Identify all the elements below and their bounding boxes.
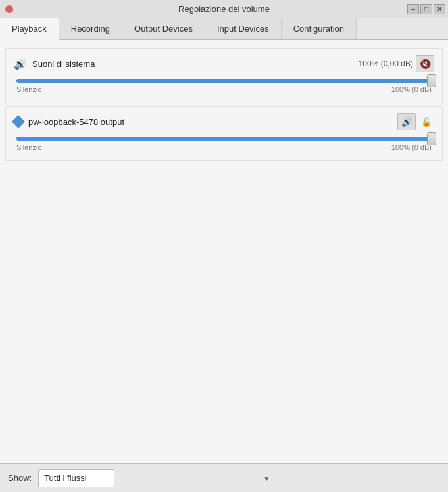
- mute-tooltip-wrapper: 🔊 Mute audio: [397, 113, 416, 130]
- main-content: 🔊 Suoni di sistema 100% (0,00 dB) 🔇 Sile…: [0, 40, 448, 463]
- tab-output-devices[interactable]: Output Devices: [122, 18, 205, 39]
- pw-loopback-slider-labels: Silenzio 100% (0 dB): [16, 143, 432, 151]
- close-dot: [5, 5, 13, 13]
- system-sounds-mute-button[interactable]: 🔇: [416, 55, 434, 72]
- bottom-bar: Show: Tutti i flussi Solo applicazioni S…: [0, 463, 448, 492]
- system-sounds-title: 🔊 Suoni di sistema: [14, 58, 95, 70]
- slider-label-right: 100% (0 dB): [391, 86, 432, 93]
- system-sounds-name: Suoni di sistema: [32, 59, 95, 69]
- minimize-button[interactable]: –: [407, 4, 419, 14]
- system-sounds-card: 🔊 Suoni di sistema 100% (0,00 dB) 🔇 Sile…: [5, 48, 443, 103]
- pw-loopback-slider-track: [16, 137, 432, 141]
- system-sounds-slider-labels: Silenzio 100% (0 dB): [16, 86, 432, 93]
- pw-loopback-slider-fill: [16, 137, 432, 141]
- restore-button[interactable]: □: [420, 4, 432, 14]
- pw-loopback-slider-thumb[interactable]: [427, 132, 436, 145]
- system-sounds-slider-track: [16, 79, 432, 83]
- pw-loopback-controls: 🔊 Mute audio 🔓: [397, 113, 434, 130]
- system-sounds-controls: 100% (0,00 dB) 🔇: [359, 55, 434, 72]
- pw-loopback-header: pw-loopback-5478 output 🔊 Mute audio 🔓: [14, 113, 434, 130]
- speaker-icon: 🔊: [14, 58, 27, 70]
- slider-label-left: Silenzio: [16, 86, 42, 93]
- tab-recording[interactable]: Recording: [59, 18, 122, 39]
- show-select-wrapper: Tutti i flussi Solo applicazioni Solo di…: [38, 469, 275, 487]
- tab-playback[interactable]: Playback: [0, 18, 59, 40]
- tab-input-devices[interactable]: Input Devices: [205, 18, 282, 39]
- slider-label-right: 100% (0 dB): [391, 143, 432, 151]
- pw-loopback-slider-container: Silenzio 100% (0 dB): [14, 137, 434, 151]
- pw-loopback-title: pw-loopback-5478 output: [14, 117, 124, 127]
- diamond-icon: [12, 115, 25, 128]
- slider-label-left: Silenzio: [16, 143, 42, 151]
- system-sounds-header: 🔊 Suoni di sistema 100% (0,00 dB) 🔇: [14, 55, 434, 72]
- pw-loopback-card: pw-loopback-5478 output 🔊 Mute audio 🔓 S…: [5, 106, 443, 161]
- close-button[interactable]: ✕: [434, 4, 445, 14]
- system-sounds-slider-fill: [16, 79, 432, 83]
- pw-loopback-lock-button[interactable]: 🔓: [418, 114, 434, 130]
- system-sounds-slider-container: Silenzio 100% (0 dB): [14, 79, 434, 93]
- tab-configuration[interactable]: Configuration: [282, 18, 357, 39]
- show-select[interactable]: Tutti i flussi Solo applicazioni Solo di…: [38, 469, 114, 487]
- system-sounds-level: 100% (0,00 dB): [359, 59, 413, 68]
- window-controls: – □ ✕: [407, 4, 445, 14]
- pw-loopback-mute-button[interactable]: 🔊: [397, 113, 416, 130]
- pw-loopback-name: pw-loopback-5478 output: [28, 117, 124, 127]
- window-title: Regolazione del volume: [178, 4, 270, 14]
- show-label: Show:: [8, 473, 32, 483]
- tab-bar: Playback Recording Output Devices Input …: [0, 18, 448, 40]
- titlebar: Regolazione del volume – □ ✕: [0, 0, 448, 18]
- system-sounds-slider-thumb[interactable]: [427, 74, 436, 87]
